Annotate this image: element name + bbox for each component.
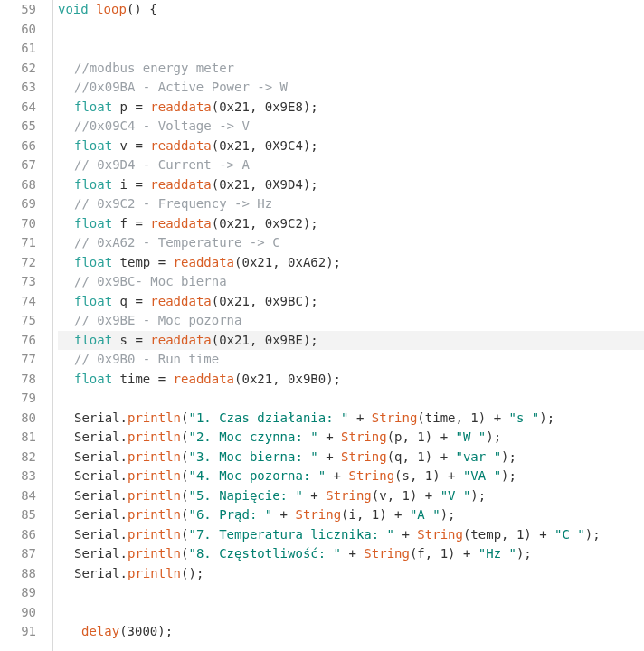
token-fn: println xyxy=(128,546,181,561)
code-editor[interactable]: 5960616263646566676869707172737475767778… xyxy=(0,0,644,651)
line-number: 65 xyxy=(0,117,49,137)
token-plain: i = xyxy=(112,177,150,192)
token-com: // 0x9BE - Moc pozorna xyxy=(74,313,242,327)
code-line[interactable]: // 0x9B0 - Run time xyxy=(58,350,644,370)
line-number-gutter: 5960616263646566676869707172737475767778… xyxy=(0,0,49,642)
code-line[interactable]: Serial.println("3. Moc bierna: " + Strin… xyxy=(58,448,644,467)
token-fn: println xyxy=(128,449,181,464)
code-line[interactable] xyxy=(58,20,644,40)
code-line[interactable]: Serial.println("1. Czas działania: " + S… xyxy=(58,409,644,429)
token-plain: v = xyxy=(112,138,150,153)
line-number: 63 xyxy=(0,78,49,98)
token-plain: (0x21, 0X9C4); xyxy=(212,138,318,153)
token-plain: (0x21, 0x9C2); xyxy=(212,216,318,231)
code-line[interactable]: void loop() { xyxy=(58,0,644,20)
token-plain: Serial. xyxy=(74,468,128,483)
token-plain: + xyxy=(318,429,341,444)
token-plain: s = xyxy=(112,333,150,347)
token-plain: (v, 1) + xyxy=(372,488,440,503)
code-line[interactable]: Serial.println("8. Częstotliwość: " + St… xyxy=(58,544,644,564)
line-number: 61 xyxy=(0,39,49,59)
code-line[interactable]: float i = readdata(0x21, 0X9D4); xyxy=(58,175,644,195)
code-line[interactable]: float f = readdata(0x21, 0x9C2); xyxy=(58,214,644,234)
token-kw: float xyxy=(74,333,112,347)
code-line[interactable] xyxy=(58,603,644,623)
code-line[interactable]: //modbus energy meter xyxy=(58,59,644,79)
token-kw: void xyxy=(58,2,96,16)
token-fn: String xyxy=(348,468,394,483)
token-plain: (); xyxy=(181,566,204,580)
code-line[interactable]: // 0x9D4 - Current -> A xyxy=(58,156,644,175)
line-number: 60 xyxy=(0,20,49,40)
token-plain: (0x21, 0X9D4); xyxy=(212,177,318,192)
line-number: 79 xyxy=(0,389,49,409)
line-number: 84 xyxy=(0,486,49,506)
token-fn: String xyxy=(295,507,341,522)
code-area[interactable]: void loop() {//modbus energy meter//0x09… xyxy=(58,0,644,642)
code-line[interactable] xyxy=(58,389,644,409)
token-plain: (0x21, 0x9BC); xyxy=(212,294,318,308)
token-plain: ); xyxy=(539,410,554,425)
token-com: // 0xA62 - Temperature -> C xyxy=(74,235,280,250)
line-number: 80 xyxy=(0,409,49,429)
line-number: 69 xyxy=(0,194,49,214)
token-com: //modbus energy meter xyxy=(74,61,234,75)
line-number: 72 xyxy=(0,253,49,273)
code-line[interactable]: Serial.println("5. Napięcie: " + String(… xyxy=(58,486,644,506)
code-line[interactable]: //0x09BA - Active Power -> W xyxy=(58,78,644,98)
token-kw: float xyxy=(74,294,112,308)
token-plain: (0x21, 0xA62); xyxy=(234,255,341,269)
token-plain: + xyxy=(303,488,326,503)
code-line[interactable]: Serial.println(); xyxy=(58,564,644,584)
token-plain: (3000); xyxy=(119,624,173,638)
code-line[interactable]: float q = readdata(0x21, 0x9BC); xyxy=(58,292,644,312)
token-plain: ); xyxy=(501,468,516,483)
token-plain: Serial. xyxy=(74,488,128,503)
code-line[interactable]: //0x09C4 - Voltage -> V xyxy=(58,117,644,137)
code-line[interactable]: // 0x9BC- Moc bierna xyxy=(58,272,644,292)
code-line[interactable] xyxy=(58,583,644,603)
token-str: "VA " xyxy=(463,468,501,483)
token-str: "Hz " xyxy=(478,546,516,561)
code-line[interactable]: float time = readdata(0x21, 0x9B0); xyxy=(58,370,644,390)
line-number: 83 xyxy=(0,467,49,486)
token-plain: (i, 1) + xyxy=(341,507,410,522)
token-plain: ); xyxy=(440,507,456,522)
token-fn: println xyxy=(128,527,181,542)
token-com: //0x09C4 - Voltage -> V xyxy=(74,118,250,133)
token-plain: + xyxy=(341,546,364,561)
code-line[interactable]: Serial.println("4. Moc pozorna: " + Stri… xyxy=(58,467,644,486)
code-line[interactable]: Serial.println("2. Moc czynna: " + Strin… xyxy=(58,428,644,448)
token-plain: (0x21, 0x9B0); xyxy=(234,372,341,386)
token-str: "4. Moc pozorna: " xyxy=(188,468,326,483)
token-str: "5. Napięcie: " xyxy=(188,488,302,503)
code-line[interactable]: float p = readdata(0x21, 0x9E8); xyxy=(58,98,644,118)
code-line[interactable]: float s = readdata(0x21, 0x9BE); xyxy=(58,331,644,351)
token-fn: String xyxy=(341,429,387,444)
token-str: "8. Częstotliwość: " xyxy=(188,546,341,561)
token-plain: + xyxy=(318,449,341,464)
code-line[interactable]: float v = readdata(0x21, 0X9C4); xyxy=(58,137,644,156)
token-fn: loop xyxy=(96,2,127,16)
line-number: 74 xyxy=(0,292,49,312)
code-line[interactable]: // 0x9C2 - Frequency -> Hz xyxy=(58,194,644,214)
line-number: 82 xyxy=(0,448,49,467)
token-plain: ); xyxy=(501,449,516,464)
token-fn: println xyxy=(128,410,181,425)
code-line[interactable]: Serial.println("6. Prąd: " + String(i, 1… xyxy=(58,505,644,525)
code-line[interactable]: float temp = readdata(0x21, 0xA62); xyxy=(58,253,644,273)
code-line[interactable]: delay(3000); xyxy=(58,622,644,642)
token-str: "s " xyxy=(509,410,540,425)
code-line[interactable]: // 0xA62 - Temperature -> C xyxy=(58,233,644,253)
code-line[interactable]: // 0x9BE - Moc pozorna xyxy=(58,311,644,331)
token-kw: float xyxy=(74,255,112,269)
code-line[interactable] xyxy=(58,39,644,59)
line-number: 90 xyxy=(0,603,49,623)
token-fn: println xyxy=(128,507,181,522)
line-number: 86 xyxy=(0,525,49,545)
line-number: 70 xyxy=(0,214,49,234)
token-plain: (s, 1) + xyxy=(394,468,463,483)
token-str: "W " xyxy=(456,429,487,444)
code-line[interactable]: Serial.println("7. Temperatura licznika:… xyxy=(58,525,644,545)
token-fn: readdata xyxy=(150,99,211,114)
